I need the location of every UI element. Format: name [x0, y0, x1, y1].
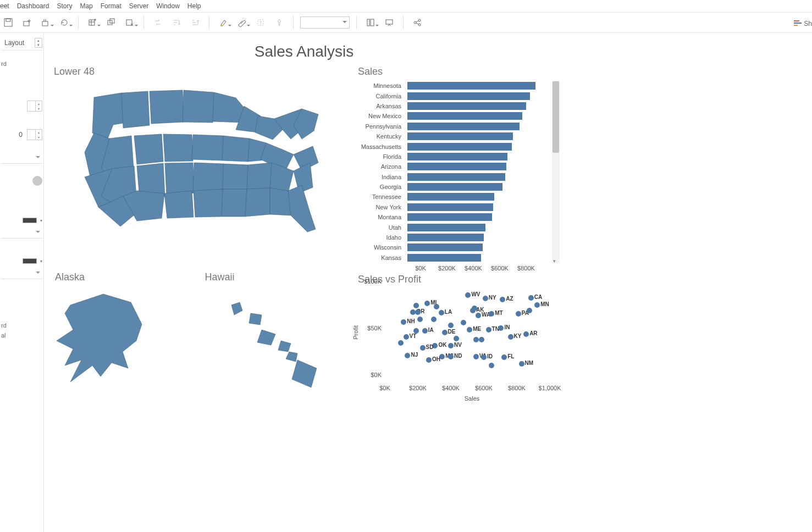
- bar-row[interactable]: Arkansas: [407, 101, 550, 111]
- scatter-point[interactable]: [527, 308, 532, 313]
- scatter-point[interactable]: [500, 297, 505, 302]
- menu-story[interactable]: Story: [57, 2, 72, 10]
- bar-row[interactable]: Kentucky: [407, 131, 550, 141]
- scatter-point[interactable]: [472, 306, 477, 311]
- refresh-icon[interactable]: [57, 15, 71, 30]
- bar-row[interactable]: Massachusetts: [407, 141, 550, 151]
- scatter-point[interactable]: [534, 302, 540, 308]
- scatter-point[interactable]: [508, 334, 513, 340]
- scatter-point[interactable]: [448, 354, 454, 359]
- dropdown-2[interactable]: [1, 226, 42, 239]
- dropdown-1[interactable]: [1, 152, 42, 164]
- menu-map[interactable]: Map: [80, 2, 92, 10]
- color-swatch[interactable]: [32, 176, 42, 186]
- scatter-point[interactable]: [439, 310, 444, 315]
- new-data-icon[interactable]: [20, 15, 34, 30]
- bar-row[interactable]: Montana: [407, 212, 550, 222]
- scatter-point[interactable]: [473, 354, 479, 359]
- bar-row[interactable]: Indiana: [407, 172, 550, 182]
- scatter-point[interactable]: [405, 353, 410, 358]
- scatter-point[interactable]: [519, 361, 524, 367]
- chevron-down-icon[interactable]: ▾: [40, 218, 42, 223]
- bar-row[interactable]: Georgia: [407, 182, 550, 192]
- duplicate-icon[interactable]: [104, 15, 118, 30]
- scatter-point[interactable]: [467, 327, 472, 332]
- scatter-point[interactable]: [465, 292, 471, 298]
- bar[interactable]: [407, 82, 535, 90]
- label-icon[interactable]: T: [253, 15, 268, 30]
- bar-row[interactable]: Idaho: [407, 232, 550, 242]
- bar-row[interactable]: Wisconsin: [407, 242, 550, 252]
- num-input-1[interactable]: ▴▾: [27, 101, 42, 112]
- scatter-point[interactable]: [448, 323, 454, 328]
- scatter-point[interactable]: [422, 328, 428, 334]
- alaska-hawaii-sheet[interactable]: Alaska Hawaii: [48, 271, 348, 414]
- clear-icon[interactable]: [123, 15, 137, 30]
- bar[interactable]: [407, 183, 502, 191]
- scrollbar[interactable]: [552, 81, 560, 263]
- dashboard-canvas[interactable]: Sales Analysis Lower 48: [44, 33, 812, 532]
- tab-layout[interactable]: Layout: [1, 39, 27, 47]
- bar[interactable]: [407, 173, 505, 181]
- bar[interactable]: [407, 203, 493, 211]
- sales-sheet[interactable]: Sales MinnesotaCaliforniaArkansasNew Mex…: [352, 64, 560, 271]
- scatter-point[interactable]: [413, 328, 419, 334]
- scatter-point[interactable]: [415, 309, 421, 315]
- save-icon[interactable]: [1, 15, 15, 30]
- scatter-point[interactable]: [461, 320, 466, 325]
- scatter-point[interactable]: [498, 325, 504, 331]
- scatter-point[interactable]: [434, 304, 439, 309]
- bar-row[interactable]: New Mexico: [407, 111, 550, 121]
- sort-asc-icon[interactable]: [169, 15, 184, 30]
- scatter-point[interactable]: [486, 327, 491, 332]
- border-swatch-2[interactable]: [23, 258, 37, 264]
- bar[interactable]: [407, 224, 485, 231]
- menu-help[interactable]: Help: [187, 2, 201, 10]
- scatter-point[interactable]: [431, 317, 437, 322]
- bar-row[interactable]: Pennsylvania: [407, 121, 550, 131]
- scatter-point[interactable]: [528, 295, 534, 301]
- bar-row[interactable]: New York: [407, 202, 550, 212]
- scatter-point[interactable]: [413, 303, 419, 308]
- scatter-point[interactable]: [401, 319, 406, 325]
- scatter-point[interactable]: [481, 354, 487, 360]
- scatter-point[interactable]: [417, 317, 423, 322]
- bar-row[interactable]: Florida: [407, 152, 550, 162]
- bar[interactable]: [407, 143, 512, 151]
- bar[interactable]: [407, 153, 507, 160]
- scatter-point[interactable]: [516, 311, 521, 317]
- bar[interactable]: [407, 213, 492, 221]
- bar-row[interactable]: California: [407, 91, 550, 101]
- highlight-icon[interactable]: [216, 15, 230, 30]
- bar[interactable]: [407, 132, 513, 140]
- menu-window[interactable]: Window: [156, 2, 180, 10]
- scatter-point[interactable]: [398, 340, 404, 346]
- dropdown-3[interactable]: [1, 267, 42, 279]
- new-worksheet-icon[interactable]: [85, 15, 100, 30]
- bar-row[interactable]: Arizona: [407, 162, 550, 171]
- menu-dashboard[interactable]: Dashboard: [17, 2, 49, 10]
- scatter-point[interactable]: [483, 296, 488, 301]
- scatter-point[interactable]: [424, 301, 430, 306]
- bar-row[interactable]: Kansas: [407, 253, 550, 263]
- menu-worksheet[interactable]: eet: [0, 2, 9, 10]
- scatter-point[interactable]: [523, 331, 529, 337]
- show-cards-icon[interactable]: [363, 15, 378, 30]
- scatter-point[interactable]: [489, 311, 494, 317]
- menu-server[interactable]: Server: [129, 2, 148, 10]
- bar[interactable]: [407, 123, 520, 130]
- border-swatch-1[interactable]: [23, 218, 37, 223]
- bar-row[interactable]: Minnesota: [407, 81, 550, 91]
- scatter-point[interactable]: [489, 363, 494, 368]
- pause-data-icon[interactable]: [38, 15, 53, 30]
- pin-icon[interactable]: [272, 15, 286, 30]
- scatter-sheet[interactable]: Sales vs Profit Profit $0K$50K$100K$0K$2…: [352, 271, 560, 414]
- bar[interactable]: [407, 163, 506, 170]
- presentation-icon[interactable]: [382, 15, 396, 30]
- chevron-down-icon[interactable]: ▾: [40, 259, 42, 264]
- scatter-point[interactable]: [420, 345, 426, 351]
- show-me-button[interactable]: Sh: [794, 20, 812, 27]
- scatter-point[interactable]: [454, 336, 459, 341]
- bar[interactable]: [407, 102, 526, 110]
- bar-row[interactable]: Tennessee: [407, 192, 550, 202]
